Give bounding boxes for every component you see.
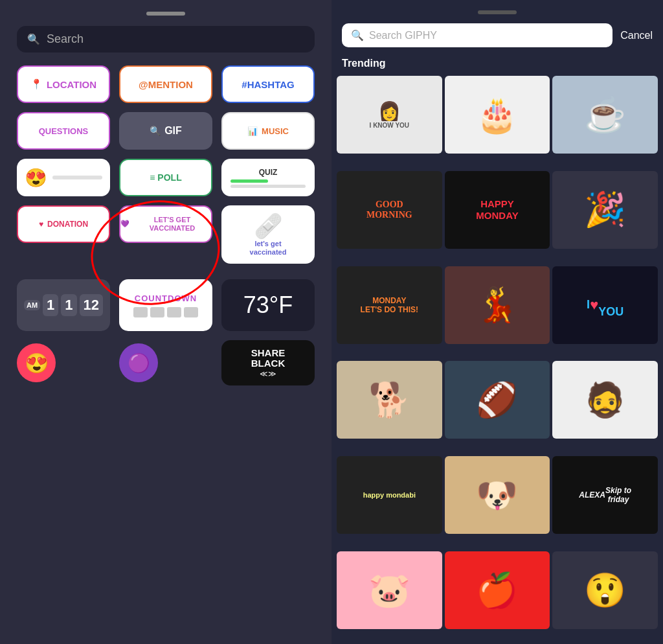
emoji-sticker-btn[interactable]: 😍 [17,159,110,196]
clock-min: 12 [80,294,103,316]
countdown-block-4 [184,307,198,317]
trending-label: Trending [332,55,663,76]
gif-content-alexa: ALEXASkip tofriday [552,456,658,534]
gif-content-happymonday: HAPPYMONDAY [445,171,550,249]
gif-item-partyhat[interactable]: 🎉 [552,171,658,249]
giphy-search-bar[interactable]: 🔍 [342,23,612,47]
search-input[interactable] [47,32,304,46]
music-icon: 📊 [247,126,258,136]
gif-item-mug[interactable]: ☕ [552,76,658,154]
hashtag-label: #HASHTAG [242,79,294,90]
clock-am: AM [24,300,40,310]
gif-item-red[interactable]: 🍎 [445,551,550,629]
bandaid-text: let's getvaccinated [250,240,287,257]
gif-item-face[interactable]: 😲 [552,551,658,629]
gif-item-iknow[interactable]: 👩 I KNOW YOU [337,76,442,154]
bandaid-sticker-btn[interactable]: 🩹 let's getvaccinated [221,205,315,264]
gif-content-danceman: 💃 [445,266,550,344]
location-label: LOCATION [47,79,96,90]
questions-label: QUESTIONS [39,126,89,136]
music-sticker-btn[interactable]: 📊 MUSIC [221,112,315,150]
cancel-button[interactable]: Cancel [620,30,653,41]
countdown-blocks [133,307,198,317]
gif-item-cake[interactable]: 🎂 [445,76,550,154]
gif-content-face: 😲 [552,551,658,629]
giphy-search-input[interactable] [369,30,603,41]
face-emoji: 😍 [25,352,49,374]
gif-item-happymondabi[interactable]: happy mondabi [337,456,442,534]
vaccinated-icon: 💜 [120,220,129,228]
gif-content-football: 🏈 [445,361,550,439]
phone-notch [146,12,185,16]
gif-item-happymonday[interactable]: HAPPYMONDAY [445,171,550,249]
mention-label: @MENTION [139,79,193,90]
gif-item-football[interactable]: 🏈 [445,361,550,439]
mention-sticker-btn[interactable]: @MENTION [119,65,212,103]
poll-sticker-btn[interactable]: ≡ POLL [119,159,212,196]
emoji-icon: 😍 [25,167,47,189]
music-label: MUSIC [262,126,289,136]
purple-circle-btn[interactable]: 🟣 [119,343,158,382]
gif-item-pig[interactable]: 🐷 [337,551,442,629]
right-top-bar [332,0,663,19]
gif-item-goodmorning[interactable]: GOODMORNING [337,171,442,249]
gif-item-alexa[interactable]: ALEXASkip tofriday [552,456,658,534]
gif-content-partyhat: 🎉 [552,171,658,249]
questions-sticker-btn[interactable]: QUESTIONS [17,112,110,150]
gif-search-icon: 🔍 [150,126,161,136]
clock-sticker-btn[interactable]: AM 1 1 12 [17,279,110,331]
bandaid-emoji: 🩹 [254,213,283,240]
weather-sticker-btn[interactable]: 73°F [221,279,315,331]
purple-icon: 🟣 [128,352,150,374]
search-icon: 🔍 [27,33,40,45]
right-panel: 🔍 Cancel Trending 👩 I KNOW YOU 🎂 ☕ [332,0,663,644]
gif-item-dogtype[interactable]: 🐕 [337,361,442,439]
gif-content-red: 🍎 [445,551,550,629]
phone-top-bar [0,0,332,22]
gif-content-doge: 🐶 [445,456,550,534]
gif-item-doge[interactable]: 🐶 [445,456,550,534]
gif-content-iknow: 👩 I KNOW YOU [337,76,442,154]
right-notch [478,10,517,14]
donation-label: DONATION [47,220,88,229]
gif-sticker-btn[interactable]: 🔍 GIF [119,112,212,150]
countdown-block-2 [150,307,164,317]
poll-label: ≡ POLL [150,172,181,183]
donation-sticker-btn[interactable]: ♥ DONATION [17,205,110,243]
extra-row: 😍 🟣 SHAREBLACK ≪≫ [17,340,315,385]
location-sticker-btn[interactable]: 📍 LOCATION [17,65,110,103]
gif-content-mondaylets: MONDAYLET'S DO THIS! [337,266,442,344]
gif-item-mondaylets[interactable]: MONDAYLET'S DO THIS! [337,266,442,344]
bottom-row: AM 1 1 12 COUNTDOWN 73°F [17,279,315,331]
clock-hour2: 1 [61,294,76,316]
emoji-bar [52,176,102,179]
hashtag-sticker-btn[interactable]: #HASHTAG [221,65,315,103]
quiz-bar-green [230,179,268,183]
donation-icon: ♥ [39,220,43,229]
quiz-sticker-btn[interactable]: QUIZ [221,159,315,196]
search-bar[interactable]: 🔍 [17,26,315,52]
gif-item-iloveyou[interactable]: I ♥YOU [552,266,658,344]
giphy-search-row: 🔍 Cancel [332,19,663,55]
share-black-label: SHAREBLACK [251,348,286,369]
countdown-sticker-btn[interactable]: COUNTDOWN [119,279,212,331]
share-black-btn[interactable]: SHAREBLACK ≪≫ [221,340,315,385]
vaccinated-sticker-btn[interactable]: 💜 LET'S GET VACCINATED [119,205,212,243]
quiz-bars [230,179,305,188]
weather-label: 73°F [243,292,293,319]
gif-content-bald: 🧔 [552,361,658,439]
face-emoji-btn[interactable]: 😍 [17,343,56,382]
gif-content-cake: 🎂 [445,76,550,154]
quiz-bar-full [230,185,305,188]
left-panel: 🔍 📍 LOCATION @MENTION #HASHTAG QUESTIONS… [0,0,332,644]
gif-content-goodmorning: GOODMORNING [337,171,442,249]
countdown-label: COUNTDOWN [135,293,197,303]
gif-grid: 👩 I KNOW YOU 🎂 ☕ GOODMORNING HAPPYMONDAY [332,76,663,644]
gif-content-pig: 🐷 [337,551,442,629]
gif-item-danceman[interactable]: 💃 [445,266,550,344]
gif-content-mug: ☕ [552,76,658,154]
share-zig: ≪≫ [260,369,276,378]
gif-content-dogtype: 🐕 [337,361,442,439]
gif-item-bald[interactable]: 🧔 [552,361,658,439]
sticker-grid: 📍 LOCATION @MENTION #HASHTAG QUESTIONS 🔍… [17,65,315,270]
